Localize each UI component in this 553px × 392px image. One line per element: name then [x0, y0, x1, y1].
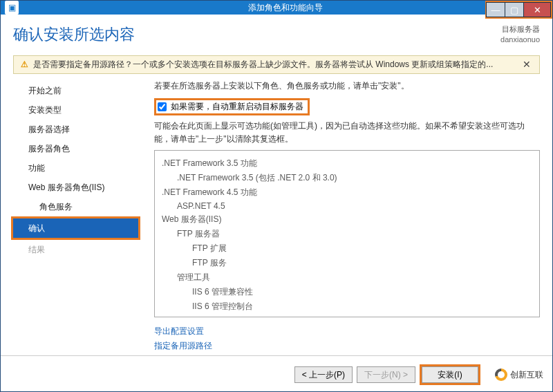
wizard-window: ▣ 添加角色和功能向导 — ▢ ✕ 确认安装所选内容 目标服务器 danxiao…	[0, 0, 553, 392]
target-server-info: 目标服务器 danxiaonuo	[500, 24, 540, 46]
sidebar-item[interactable]: Web 服务器角色(IIS)	[13, 178, 131, 197]
target-server-label: 目标服务器	[500, 24, 540, 35]
list-item: .NET Framework 3.5 (包括 .NET 2.0 和 3.0)	[162, 171, 536, 185]
alternate-source-link[interactable]: 指定备用源路径	[154, 339, 540, 353]
wizard-footer: < 上一步(P) 下一步(N) > 安装(I) 取消 创新互联	[1, 355, 552, 392]
sidebar-item-confirm[interactable]: 确认	[13, 218, 138, 238]
app-icon: ▣	[5, 1, 19, 15]
target-server-name: danxiaonuo	[500, 35, 540, 45]
list-item: 管理工具	[162, 270, 536, 285]
main-panel: 若要在所选服务器上安装以下角色、角色服务或功能，请单击"安装"。 如果需要，自动…	[131, 80, 540, 355]
wizard-steps-sidebar: 开始之前安装类型服务器选择服务器角色功能Web 服务器角色(IIS)角色服务确认…	[13, 80, 131, 355]
watermark-icon	[495, 368, 507, 381]
list-item: FTP 服务器	[162, 227, 536, 241]
warning-banner: ⚠ 是否需要指定备用源路径？一个或多个安装选项在目标服务器上缺少源文件。服务器将…	[13, 55, 540, 74]
export-config-link[interactable]: 导出配置设置	[154, 324, 540, 338]
sidebar-item[interactable]: 开始之前	[13, 81, 131, 100]
warning-icon: ⚠	[19, 59, 29, 69]
list-item: Web 服务器(IIS)	[162, 212, 536, 227]
install-button-highlight: 安装(I)	[420, 364, 480, 385]
auto-restart-row: 如果需要，自动重新启动目标服务器	[154, 98, 310, 115]
warning-close-button[interactable]: ✕	[520, 59, 534, 70]
titlebar[interactable]: ▣ 添加角色和功能向导 — ▢ ✕	[1, 1, 552, 15]
list-item: .NET Framework 4.5 功能	[162, 185, 536, 200]
page-title: 确认安装所选内容	[13, 24, 135, 45]
sidebar-item: 结果	[13, 240, 131, 259]
watermark-logo: 创新互联	[492, 367, 546, 382]
sidebar-item[interactable]: 角色服务	[13, 197, 131, 216]
sidebar-item[interactable]: 服务器角色	[13, 139, 131, 158]
list-item: .NET Framework 3.5 功能	[162, 156, 536, 171]
install-button[interactable]: 安装(I)	[422, 366, 478, 383]
auto-restart-checkbox[interactable]	[158, 102, 167, 111]
watermark-text: 创新互联	[510, 369, 543, 381]
note-text: 可能会在此页面上显示可选功能(如管理工具)，因为已自动选择这些功能。如果不希望安…	[154, 120, 540, 146]
previous-button[interactable]: < 上一步(P)	[294, 366, 353, 383]
list-item: FTP 扩展	[162, 241, 536, 256]
sidebar-item[interactable]: 功能	[13, 158, 131, 178]
window-title: 添加角色和功能向导	[19, 2, 552, 14]
sidebar-item[interactable]: 安装类型	[13, 100, 131, 120]
list-item: IIS 6 管理控制台	[162, 299, 536, 314]
auto-restart-label: 如果需要，自动重新启动目标服务器	[171, 101, 303, 113]
sidebar-item[interactable]: 服务器选择	[13, 120, 131, 139]
selections-listbox[interactable]: .NET Framework 3.5 功能.NET Framework 3.5 …	[154, 150, 540, 317]
list-item: IIS 6 管理兼容性	[162, 285, 536, 299]
list-item: ASP.NET 4.5	[162, 200, 536, 212]
content-area: 确认安装所选内容 目标服务器 danxiaonuo ⚠ 是否需要指定备用源路径？…	[1, 15, 552, 355]
warning-text: 是否需要指定备用源路径？一个或多个安装选项在目标服务器上缺少源文件。服务器将尝试…	[33, 59, 493, 71]
list-item: FTP 服务	[162, 256, 536, 270]
next-button[interactable]: 下一步(N) >	[357, 366, 415, 383]
instruction-text: 若要在所选服务器上安装以下角色、角色服务或功能，请单击"安装"。	[154, 80, 540, 93]
